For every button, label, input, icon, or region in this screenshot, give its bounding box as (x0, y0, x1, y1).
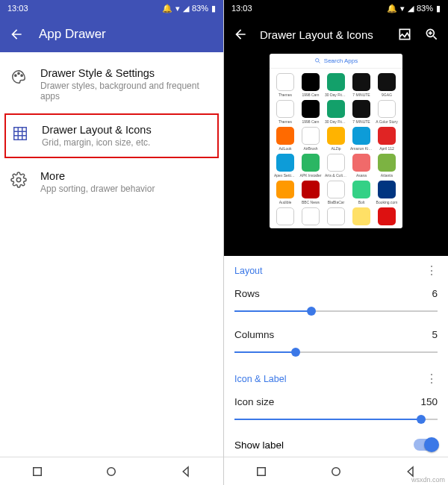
signal-icon: ◢ (408, 4, 414, 13)
svg-point-11 (332, 467, 340, 475)
back-icon[interactable] (9, 27, 24, 42)
clock: 13:03 (7, 4, 28, 13)
svg-point-2 (21, 75, 22, 76)
iconsize-slider[interactable] (234, 410, 438, 428)
rows-slider[interactable] (234, 302, 438, 320)
iconsize-slider-row: Icon size 150 (224, 390, 448, 431)
preview-app: ALZip (325, 127, 347, 151)
notification-icon: 🔔 (162, 4, 172, 13)
svg-rect-5 (34, 467, 42, 475)
page-title: App Drawer (39, 27, 106, 42)
nav-bar (0, 457, 223, 485)
battery-text: 83% (417, 4, 433, 13)
item-more[interactable]: More App sorting, drawer behavior (0, 160, 223, 204)
item-subtitle: App sorting, drawer behavior (40, 184, 155, 194)
overflow-icon[interactable]: ⋮ (426, 372, 438, 386)
section-layout: Layout (234, 266, 263, 276)
preview-app: Arts & Cultu… (325, 154, 347, 178)
item-drawer-layout[interactable]: Drawer Layout & Icons Grid, margin, icon… (4, 113, 219, 158)
preview-app (350, 207, 373, 227)
palette-icon (10, 69, 27, 85)
preview-app: Asana (350, 154, 373, 178)
iconsize-value: 150 (420, 396, 438, 407)
nav-home-icon[interactable] (329, 465, 343, 478)
watermark: wsxdn.com (411, 476, 445, 484)
zoom-icon[interactable] (424, 27, 439, 42)
preview-app: 1998 Cam (299, 100, 322, 124)
svg-point-0 (15, 75, 16, 76)
preview-app: 30 Day Fitne… (325, 100, 347, 124)
item-drawer-style[interactable]: Drawer Style & Settings Drawer styles, b… (0, 57, 223, 112)
battery-icon: ▮ (211, 4, 216, 13)
nav-recent-icon[interactable] (255, 465, 268, 478)
nav-back-icon[interactable] (179, 465, 193, 478)
preview-app: 9GAG (376, 73, 398, 97)
battery-text: 83% (192, 4, 208, 13)
item-title: Drawer Style & Settings (40, 67, 213, 79)
nav-home-icon[interactable] (105, 465, 118, 478)
app-bar: Drawer Layout & Icons (224, 16, 448, 52)
rows-value: 6 (432, 288, 438, 299)
columns-slider[interactable] (234, 343, 438, 361)
columns-label: Columns (234, 329, 274, 340)
show-label-toggle[interactable] (414, 439, 438, 451)
wallpaper-icon[interactable] (397, 27, 412, 42)
status-bar: 13:03 🔔 ▾ ◢ 83% ▮ (224, 0, 448, 16)
item-subtitle: Grid, margin, icon size, etc. (42, 137, 152, 148)
wifi-icon: ▾ (175, 4, 180, 13)
status-bar: 13:03 🔔 ▾ ◢ 83% ▮ (0, 0, 223, 16)
preview-app: APK Installer (299, 154, 322, 178)
wifi-icon: ▾ (400, 4, 405, 13)
iconsize-label: Icon size (234, 396, 274, 407)
phone-left: 13:03 🔔 ▾ ◢ 83% ▮ App Drawer Drawer Styl… (0, 0, 224, 485)
preview-app (274, 207, 296, 227)
svg-point-1 (18, 72, 19, 74)
gear-icon (10, 172, 27, 188)
svg-point-4 (16, 178, 21, 182)
signal-icon: ◢ (183, 4, 189, 13)
clock: 13:03 (231, 4, 252, 13)
show-label-text: Show label (234, 439, 284, 451)
preview-app: April 112 (376, 127, 398, 151)
phone-right: 13:03 🔔 ▾ ◢ 83% ▮ Drawer Layout & Icons (224, 0, 448, 485)
app-bar: App Drawer (0, 16, 223, 52)
svg-point-9 (315, 59, 319, 63)
columns-value: 5 (432, 329, 438, 340)
preview-app: BlaBlaCar (325, 181, 347, 204)
preview-app (376, 207, 398, 227)
preview-app: 7 MINUTE (350, 100, 373, 124)
show-label-row: Show label (224, 431, 448, 457)
section-icon-label: Icon & Label (234, 374, 287, 384)
back-icon[interactable] (233, 27, 248, 42)
preview-app: Bolt (350, 181, 373, 204)
preview-app: 30 Day Fitne… (325, 73, 347, 97)
svg-point-6 (108, 467, 116, 475)
item-subtitle: Drawer styles, background and frequent a… (40, 81, 213, 101)
preview-app: Amazon Kin… (350, 127, 373, 151)
preview-app: AirBrush (299, 127, 322, 151)
preview-app: Audible (274, 181, 296, 204)
svg-rect-10 (258, 467, 266, 475)
grid-icon (12, 125, 28, 142)
preview-app: AdLook (274, 127, 296, 151)
rows-slider-row: Rows 6 (224, 282, 448, 323)
settings-list: Drawer Style & Settings Drawer styles, b… (0, 52, 223, 457)
preview-app (325, 207, 347, 227)
nav-recent-icon[interactable] (31, 465, 44, 478)
battery-icon: ▮ (436, 4, 441, 13)
rows-label: Rows (234, 288, 260, 299)
page-title: Drawer Layout & Icons (260, 28, 385, 41)
preview-search: Search Apps (270, 54, 402, 69)
notification-icon: 🔔 (387, 4, 397, 13)
preview-app: BBC News (299, 181, 322, 204)
item-title: More (40, 170, 155, 182)
svg-rect-3 (14, 128, 27, 140)
overflow-icon[interactable]: ⋮ (426, 263, 438, 278)
preview-app: Themes (274, 73, 296, 97)
drawer-preview: Search Apps Themes1998 Cam30 Day Fitne…7… (224, 52, 448, 256)
preview-app: Themes (274, 100, 296, 124)
preview-app: 1998 Cam (299, 73, 322, 97)
item-title: Drawer Layout & Icons (42, 124, 152, 136)
preview-app: Booking.com (376, 181, 398, 204)
preview-app (299, 207, 322, 227)
